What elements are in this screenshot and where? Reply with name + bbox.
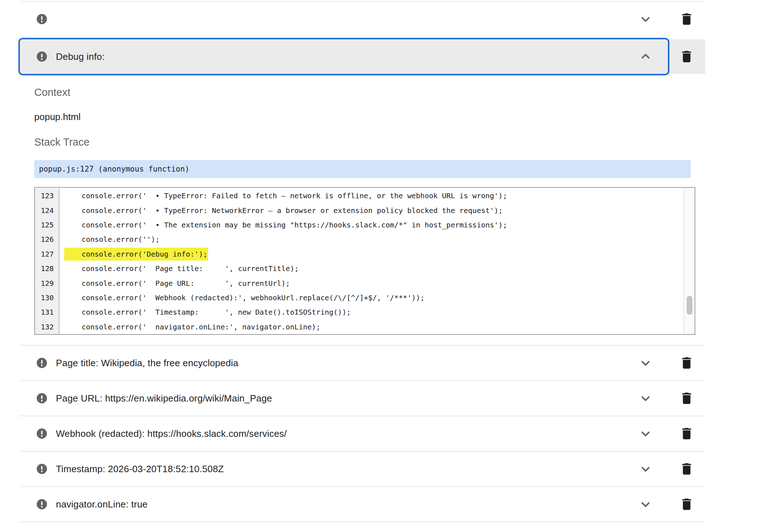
context-heading: Context — [34, 86, 695, 98]
error-row-toggle[interactable] — [20, 2, 668, 36]
line-number: 126 — [35, 232, 60, 247]
error-row-label: Timestamp: 2026-03-20T18:52:10.508Z — [56, 464, 224, 475]
extension-errors-list: Debug info: Context popup.html Stack Tra… — [20, 0, 705, 522]
error-row-toggle-selected[interactable]: Debug info: — [20, 39, 668, 74]
chevron-down-icon — [637, 425, 654, 442]
code-text: console.error(' Timestamp: ', new Date()… — [60, 308, 351, 316]
delete-error-button[interactable] — [668, 2, 705, 36]
chevron-up-icon — [637, 48, 654, 65]
code-text: console.error('Debug info:'); — [60, 250, 208, 258]
chevron-down-icon — [637, 10, 654, 28]
scrollbar-track[interactable] — [683, 188, 695, 334]
line-number: 132 — [35, 320, 60, 334]
code-line: 129 console.error(' Page URL: ', current… — [35, 276, 695, 290]
delete-error-button[interactable] — [668, 487, 705, 522]
error-icon — [36, 13, 48, 25]
chevron-down-icon — [637, 390, 654, 407]
scrollbar-thumb[interactable] — [687, 296, 692, 315]
delete-error-button[interactable] — [668, 452, 705, 486]
code-line: 132 console.error(' navigator.onLine:', … — [35, 320, 695, 334]
code-line: 123 console.error(' • TypeError: Failed … — [35, 189, 695, 203]
error-icon — [36, 427, 48, 440]
error-row: Page URL: https://en.wikipedia.org/wiki/… — [20, 381, 705, 416]
line-number: 123 — [35, 189, 60, 203]
code-line: 125 console.error(' • The extension may … — [35, 218, 695, 232]
trash-icon — [679, 497, 694, 512]
trash-icon — [679, 426, 694, 441]
code-text: console.error(' • The extension may be m… — [60, 221, 507, 229]
line-number: 130 — [35, 291, 60, 305]
code-text: console.error(' Page URL: ', currentUrl)… — [60, 279, 290, 288]
error-row-toggle[interactable]: Page URL: https://en.wikipedia.org/wiki/… — [20, 381, 668, 416]
error-row-toggle[interactable]: Timestamp: 2026-03-20T18:52:10.508Z — [20, 452, 668, 486]
code-line: 130 console.error(' Webhook (redacted):'… — [35, 291, 695, 305]
chevron-down-icon — [637, 354, 654, 372]
line-number: 124 — [35, 203, 60, 217]
line-number: 128 — [35, 261, 60, 276]
error-row-label: Webhook (redacted): https://hooks.slack.… — [56, 428, 287, 439]
delete-error-button[interactable] — [668, 381, 705, 416]
error-icon — [36, 392, 48, 404]
delete-error-button[interactable] — [668, 39, 705, 74]
chevron-down-icon — [637, 496, 654, 513]
code-text: console.error(' • TypeError: Failed to f… — [60, 191, 507, 200]
error-row-label: Page URL: https://en.wikipedia.org/wiki/… — [56, 393, 272, 404]
error-icon — [36, 50, 48, 63]
error-row: navigator.onLine: true — [20, 487, 705, 522]
code-text: console.error(' Page title: ', currentTi… — [60, 264, 299, 273]
trash-icon — [679, 391, 694, 406]
error-icon — [36, 357, 48, 369]
error-row-toggle[interactable]: Page title: Wikipedia, the free encyclop… — [20, 346, 668, 380]
code-line: 124 console.error(' • TypeError: Network… — [35, 203, 695, 217]
code-lines: 123 console.error(' • TypeError: Failed … — [35, 188, 695, 334]
code-line: 127 console.error('Debug info:'); — [35, 247, 695, 261]
stack-trace-heading: Stack Trace — [34, 136, 695, 148]
error-row-empty-message — [20, 2, 705, 36]
error-icon — [36, 498, 48, 510]
error-row-label: navigator.onLine: true — [56, 499, 148, 510]
line-number: 127 — [35, 247, 60, 261]
trash-icon — [679, 461, 694, 476]
error-row-toggle[interactable]: navigator.onLine: true — [20, 487, 668, 522]
code-viewer: 123 console.error(' • TypeError: Failed … — [34, 187, 695, 335]
delete-error-button[interactable] — [668, 346, 705, 380]
error-row: Webhook (redacted): https://hooks.slack.… — [20, 416, 705, 451]
error-row: Page title: Wikipedia, the free encyclop… — [20, 346, 705, 380]
trash-icon — [679, 12, 694, 27]
code-text: console.error(' Webhook (redacted):', we… — [60, 293, 424, 302]
error-row-toggle[interactable]: Webhook (redacted): https://hooks.slack.… — [20, 416, 668, 451]
error-detail-panel: Context popup.html Stack Trace popup.js:… — [20, 86, 705, 345]
stack-frame-entry[interactable]: popup.js:127 (anonymous function) — [34, 160, 691, 178]
separator — [20, 522, 705, 522]
error-icon — [36, 463, 48, 475]
error-list-bottom: Page title: Wikipedia, the free encyclop… — [20, 346, 705, 522]
code-text: console.error(' • TypeError: NetworkErro… — [60, 206, 503, 215]
code-text: console.error(''); — [60, 235, 160, 244]
code-text: console.error(' navigator.onLine:', navi… — [60, 323, 320, 331]
error-row-debug-info: Debug info: — [20, 39, 705, 74]
line-number: 129 — [35, 276, 60, 290]
code-line: 128 console.error(' Page title: ', curre… — [35, 261, 695, 276]
trash-icon — [679, 355, 694, 371]
trash-icon — [679, 49, 694, 64]
chevron-down-icon — [637, 460, 654, 478]
error-row-label: Page title: Wikipedia, the free encyclop… — [56, 358, 238, 369]
line-number: 131 — [35, 305, 60, 319]
code-line: 131 console.error(' Timestamp: ', new Da… — [35, 305, 695, 319]
context-value: popup.html — [34, 111, 695, 122]
highlighted-code: console.error('Debug info:'); — [64, 248, 208, 261]
error-row-label: Debug info: — [56, 51, 105, 62]
error-row: Timestamp: 2026-03-20T18:52:10.508Z — [20, 452, 705, 486]
code-line: 126 console.error(''); — [35, 232, 695, 247]
delete-error-button[interactable] — [668, 416, 705, 451]
line-number: 125 — [35, 218, 60, 232]
